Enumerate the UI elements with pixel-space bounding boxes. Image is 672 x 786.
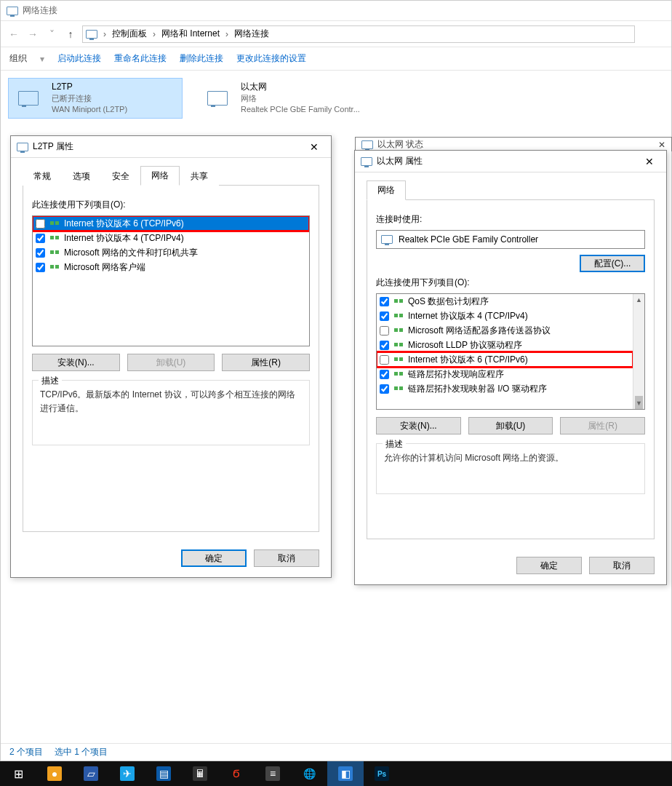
ethernet-icon	[200, 81, 235, 116]
selected-count: 选中 1 个项目	[55, 746, 108, 758]
adapter-name: Realtek PCIe GbE Family Controller	[399, 234, 538, 245]
taskbar-app-1[interactable]: ●	[36, 761, 73, 786]
ok-button[interactable]: 确定	[181, 549, 247, 567]
item-ipv6[interactable]: Internet 协议版本 6 (TCP/IPv6)	[33, 216, 309, 231]
uninstall-button[interactable]: 卸载(U)	[127, 354, 215, 371]
taskbar-app-5[interactable]: 🖩	[182, 761, 218, 786]
location-icon	[86, 30, 97, 39]
tab-options[interactable]: 选项	[62, 167, 101, 186]
protocol-icon	[393, 340, 404, 350]
desc-text: 允许你的计算机访问 Microsoft 网络上的资源。	[384, 451, 637, 465]
recent-dropdown[interactable]: ˅	[44, 28, 59, 40]
tab-network[interactable]: 网络	[140, 166, 180, 186]
taskbar-app-4[interactable]: ▤	[145, 761, 182, 786]
cancel-button[interactable]: 取消	[254, 549, 319, 567]
sharing-checkbox[interactable]	[36, 248, 45, 258]
scrollbar[interactable]: ▲▼	[633, 294, 644, 409]
dialog-icon	[361, 140, 373, 149]
taskbar-photoshop[interactable]: Ps	[364, 761, 400, 786]
conn-device: Realtek PCIe GbE Family Contr...	[241, 104, 360, 115]
lldp-checkbox[interactable]	[380, 341, 389, 350]
ipv4-checkbox[interactable]	[36, 234, 45, 243]
conn-status: 网络	[241, 93, 360, 104]
l2tp-properties-dialog: L2TP 属性 ✕ 常规 选项 安全 网络 共享 此连接使用下列项目(O): I…	[10, 135, 332, 578]
connection-ethernet[interactable]: 以太网 网络 Realtek PCIe GbE Family Contr...	[197, 78, 372, 119]
uninstall-button[interactable]: 卸载(U)	[468, 417, 553, 434]
organize-menu[interactable]: 组织	[9, 52, 27, 65]
qos-checkbox[interactable]	[380, 297, 389, 306]
tab-strip: 常规 选项 安全 网络 共享	[23, 165, 319, 186]
items-label: 此连接使用下列项目(O):	[32, 199, 310, 211]
item-ipv6[interactable]: Internet 协议版本 6 (TCP/IPv6)	[377, 352, 633, 367]
protocol-listbox[interactable]: QoS 数据包计划程序 Internet 协议版本 4 (TCP/IPv4) M…	[376, 293, 645, 410]
ipv4-checkbox[interactable]	[380, 311, 389, 321]
configure-button[interactable]: 配置(C)...	[580, 255, 645, 272]
desc-legend: 描述	[39, 375, 62, 387]
tab-strip: 网络	[367, 180, 655, 200]
taskbar-app-8[interactable]: 🌐	[291, 761, 327, 786]
msclient-checkbox[interactable]	[36, 263, 45, 272]
dialog-icon	[361, 157, 372, 166]
protocol-icon	[49, 262, 60, 272]
item-lldp[interactable]: Microsoft LLDP 协议驱动程序	[377, 338, 633, 352]
cancel-button[interactable]: 取消	[589, 557, 655, 574]
item-multiplexor[interactable]: Microsoft 网络适配器多路传送器协议	[377, 323, 633, 338]
tab-sharing[interactable]: 共享	[180, 167, 219, 186]
taskbar-app-6[interactable]: Ϭ	[218, 761, 255, 786]
tab-network[interactable]: 网络	[367, 180, 406, 200]
lltd-resp-checkbox[interactable]	[380, 370, 389, 379]
item-file-print-sharing[interactable]: Microsoft 网络的文件和打印机共享	[33, 245, 309, 260]
rename-connection[interactable]: 重命名此连接	[114, 52, 167, 65]
protocol-icon	[393, 369, 404, 379]
forward-button[interactable]: →	[25, 28, 40, 40]
breadcrumb-2[interactable]: 网络连接	[234, 28, 269, 40]
ipv6-checkbox[interactable]	[36, 219, 45, 229]
dialog-icon	[17, 143, 28, 151]
protocol-listbox[interactable]: Internet 协议版本 6 (TCP/IPv6) Internet 协议版本…	[32, 215, 310, 346]
lltd-mapper-checkbox[interactable]	[380, 384, 389, 394]
ok-button[interactable]: 确定	[516, 557, 582, 574]
taskbar-app-3[interactable]: ✈	[109, 761, 145, 786]
close-button[interactable]: ✕	[303, 141, 325, 153]
taskbar-explorer[interactable]: ◧	[327, 761, 364, 786]
install-button[interactable]: 安装(N)...	[32, 354, 120, 371]
back-button[interactable]: ←	[7, 28, 21, 40]
start-button[interactable]: ⊞	[0, 761, 36, 786]
ethernet-status-dialog-titlebar: 以太网 状态 ✕	[355, 137, 672, 151]
properties-button[interactable]: 属性(R)	[222, 354, 310, 371]
item-ipv4[interactable]: Internet 协议版本 4 (TCP/IPv4)	[377, 309, 633, 323]
status-bar: 2 个项目 选中 1 个项目	[1, 743, 671, 761]
item-qos[interactable]: QoS 数据包计划程序	[377, 294, 633, 309]
properties-button[interactable]: 属性(R)	[560, 417, 645, 434]
delete-connection[interactable]: 删除此连接	[180, 52, 223, 65]
close-icon[interactable]: ✕	[658, 140, 665, 150]
up-button[interactable]: ↑	[63, 28, 78, 40]
taskbar-app-7[interactable]: ≡	[255, 761, 291, 786]
install-button[interactable]: 安装(N)...	[376, 417, 461, 434]
address-bar[interactable]: › 控制面板 › 网络和 Internet › 网络连接	[82, 25, 635, 43]
multiplexor-checkbox[interactable]	[380, 326, 389, 336]
tab-general[interactable]: 常规	[23, 167, 62, 186]
protocol-icon	[49, 247, 60, 258]
breadcrumb-1[interactable]: 网络和 Internet	[161, 28, 220, 40]
tab-security[interactable]: 安全	[101, 167, 140, 186]
explorer-toolbar: 组织 ▾ 启动此连接 重命名此连接 删除此连接 更改此连接的设置	[1, 47, 671, 71]
protocol-icon	[49, 218, 60, 229]
breadcrumb-0[interactable]: 控制面板	[112, 28, 147, 40]
item-lltd-mapper[interactable]: 链路层拓扑发现映射器 I/O 驱动程序	[377, 381, 633, 396]
conn-status: 已断开连接	[52, 93, 127, 104]
connection-l2tp[interactable]: L2TP 已断开连接 WAN Miniport (L2TP)	[8, 78, 183, 119]
dialog-titlebar: 以太网 属性 ✕	[355, 151, 666, 172]
protocol-icon	[393, 311, 404, 321]
ipv6-checkbox[interactable]	[380, 355, 389, 365]
item-lltd-responder[interactable]: 链路层拓扑发现响应程序	[377, 367, 633, 381]
start-connection[interactable]: 启动此连接	[57, 52, 101, 65]
dialog-title: L2TP 属性	[33, 140, 73, 153]
protocol-icon	[393, 296, 404, 306]
item-ipv4[interactable]: Internet 协议版本 4 (TCP/IPv4)	[33, 231, 309, 245]
close-button[interactable]: ✕	[639, 156, 660, 167]
taskbar: ⊞ ● ▱ ✈ ▤ 🖩 Ϭ ≡ 🌐 ◧ Ps	[0, 761, 672, 786]
change-settings[interactable]: 更改此连接的设置	[236, 52, 306, 65]
taskbar-app-2[interactable]: ▱	[73, 761, 109, 786]
item-ms-client[interactable]: Microsoft 网络客户端	[33, 260, 309, 274]
